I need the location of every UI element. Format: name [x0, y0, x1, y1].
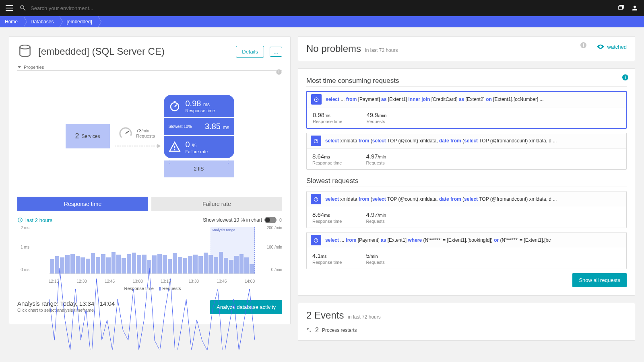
slowest-toggle[interactable]	[264, 217, 277, 223]
svg-point-10	[314, 139, 318, 143]
user-icon[interactable]	[631, 4, 638, 12]
menu-icon[interactable]	[6, 5, 13, 11]
request-card[interactable]: select xmldata from (select TOP (@count)…	[306, 133, 627, 170]
failure-tile[interactable]: 0 %Failure rate	[164, 136, 234, 158]
services-chip[interactable]: 2Services	[66, 124, 110, 148]
properties-label: Properties	[24, 65, 44, 70]
problems-title: No problems	[306, 43, 361, 54]
svg-point-11	[314, 197, 318, 201]
flow-arrow: 73/min Requests	[115, 126, 159, 146]
response-tile[interactable]: 0.98 msResponse time	[164, 95, 234, 117]
event-row[interactable]: 2 Process restarts	[306, 327, 627, 334]
slowest-tile[interactable]: Slowest 10% 3.85 ms	[164, 118, 234, 135]
request-card[interactable]: select ... from [Payment] as [Extent1] i…	[306, 91, 627, 129]
svg-rect-5	[173, 101, 175, 102]
svg-point-0	[20, 45, 30, 49]
problems-sub: in last 72 hours	[365, 47, 398, 53]
crumb-current[interactable]: [embedded]	[59, 16, 97, 27]
stopwatch-icon	[313, 138, 319, 144]
stopwatch-icon	[313, 96, 320, 103]
search-icon	[19, 4, 27, 12]
stopwatch-icon	[169, 100, 181, 112]
eye-icon	[597, 43, 604, 50]
clock-icon	[17, 217, 23, 223]
warning-icon	[169, 141, 181, 153]
gauge-icon	[118, 126, 133, 141]
properties-toggle[interactable]: Properties	[17, 65, 282, 71]
svg-rect-7	[174, 149, 175, 150]
crumb-home[interactable]: Home	[2, 16, 23, 27]
info-icon[interactable]: i	[622, 74, 628, 80]
requests-panel: i Most time consuming requests select ..…	[298, 68, 635, 296]
request-card[interactable]: select xmldata from (select TOP (@count)…	[306, 191, 627, 228]
details-button[interactable]: Details	[236, 46, 264, 58]
show-all-requests-button[interactable]: Show all requests	[572, 273, 627, 287]
info-icon[interactable]: i	[580, 42, 586, 48]
tab-response-time[interactable]: Response time	[17, 197, 148, 211]
response-chart[interactable]: 2 ms 1 ms 0 ms 200 /min 100 /min 0 /min …	[17, 227, 282, 284]
slowest-toggle-label: Show slowest 10 % in chart	[203, 217, 262, 223]
info-icon[interactable]: i	[276, 69, 282, 75]
page-title: [embedded] (SQL Server CE)	[38, 46, 230, 57]
more-menu-button[interactable]: …	[270, 47, 282, 57]
breadcrumb: Home Databases [embedded]	[0, 16, 644, 27]
tab-failure-rate[interactable]: Failure rate	[151, 197, 282, 211]
svg-text:i: i	[279, 70, 280, 74]
events-sub: in last 72 hours	[348, 314, 380, 320]
request-card[interactable]: select ... from [Payment] as [Extent1] w…	[306, 232, 627, 269]
database-icon	[17, 44, 33, 59]
chevron-down-icon	[17, 65, 21, 69]
restart-icon	[306, 327, 312, 333]
svg-rect-6	[174, 146, 175, 148]
stopwatch-icon	[313, 237, 319, 243]
section-slowest: Slowest requests	[306, 177, 627, 187]
section-most-consuming: Most time consuming requests	[306, 77, 627, 87]
stopwatch-icon	[313, 196, 319, 202]
watched-toggle[interactable]: watched	[597, 43, 627, 50]
iis-bar[interactable]: 2 IIS	[164, 160, 234, 177]
problems-panel: No problems in last 72 hours watched i	[298, 36, 635, 61]
window-icon[interactable]	[617, 4, 625, 12]
toggle-outer-icon	[279, 218, 282, 222]
events-panel: 2 Events in last 72 hours 2 Process rest…	[298, 303, 635, 341]
timeframe-link[interactable]: last 2 hours	[17, 217, 52, 223]
crumb-databases[interactable]: Databases	[23, 16, 59, 27]
search-input[interactable]	[31, 5, 151, 11]
